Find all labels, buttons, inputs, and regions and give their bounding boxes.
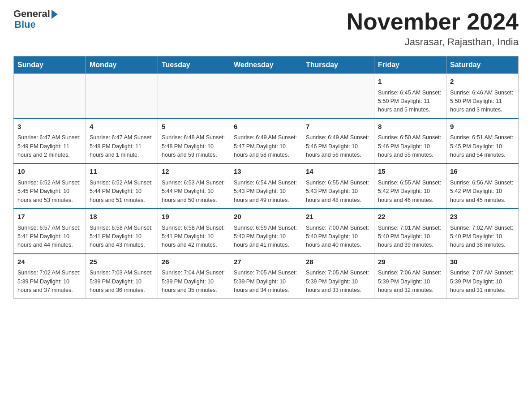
sun-info: Sunrise: 7:07 AM Sunset: 5:39 PM Dayligh… xyxy=(450,269,515,295)
sun-info: Sunrise: 6:58 AM Sunset: 5:41 PM Dayligh… xyxy=(90,224,154,250)
day-number: 10 xyxy=(17,167,82,177)
calendar-cell: 7Sunrise: 6:49 AM Sunset: 5:46 PM Daylig… xyxy=(302,119,374,164)
calendar-cell: 8Sunrise: 6:50 AM Sunset: 5:46 PM Daylig… xyxy=(374,119,446,164)
calendar-cell: 12Sunrise: 6:53 AM Sunset: 5:44 PM Dayli… xyxy=(158,163,230,209)
day-number: 7 xyxy=(306,122,370,132)
sun-info: Sunrise: 6:54 AM Sunset: 5:43 PM Dayligh… xyxy=(234,179,298,205)
day-number: 1 xyxy=(378,77,442,87)
logo-blue-text: Blue xyxy=(14,19,36,30)
calendar-cell: 4Sunrise: 6:47 AM Sunset: 5:48 PM Daylig… xyxy=(86,119,158,164)
calendar-cell: 26Sunrise: 7:04 AM Sunset: 5:39 PM Dayli… xyxy=(158,254,230,299)
sun-info: Sunrise: 6:55 AM Sunset: 5:43 PM Dayligh… xyxy=(306,179,370,205)
sun-info: Sunrise: 6:57 AM Sunset: 5:41 PM Dayligh… xyxy=(17,224,82,250)
calendar-cell: 24Sunrise: 7:02 AM Sunset: 5:39 PM Dayli… xyxy=(14,254,86,299)
day-number: 16 xyxy=(450,167,515,177)
day-number: 23 xyxy=(450,212,515,222)
calendar-week-row: 24Sunrise: 7:02 AM Sunset: 5:39 PM Dayli… xyxy=(14,254,519,299)
logo: General Blue xyxy=(13,9,58,30)
sun-info: Sunrise: 6:49 AM Sunset: 5:46 PM Dayligh… xyxy=(306,133,370,159)
calendar-week-row: 17Sunrise: 6:57 AM Sunset: 5:41 PM Dayli… xyxy=(14,209,519,254)
sun-info: Sunrise: 6:47 AM Sunset: 5:48 PM Dayligh… xyxy=(90,133,154,159)
location-title: Jasrasar, Rajasthan, India xyxy=(347,36,519,48)
calendar-cell: 1Sunrise: 6:45 AM Sunset: 5:50 PM Daylig… xyxy=(374,74,446,119)
calendar-header-saturday: Saturday xyxy=(446,56,519,74)
sun-info: Sunrise: 7:03 AM Sunset: 5:39 PM Dayligh… xyxy=(90,269,154,295)
calendar-cell: 28Sunrise: 7:05 AM Sunset: 5:39 PM Dayli… xyxy=(302,254,374,299)
month-title: November 2024 xyxy=(347,9,519,34)
logo-arrow-icon xyxy=(51,10,58,19)
day-number: 2 xyxy=(450,77,515,87)
day-number: 14 xyxy=(306,167,370,177)
calendar-header-wednesday: Wednesday xyxy=(230,56,302,74)
calendar-header-thursday: Thursday xyxy=(302,56,374,74)
day-number: 8 xyxy=(378,122,442,132)
day-number: 22 xyxy=(378,212,442,222)
day-number: 25 xyxy=(90,257,154,267)
sun-info: Sunrise: 6:46 AM Sunset: 5:50 PM Dayligh… xyxy=(450,89,515,115)
day-number: 12 xyxy=(162,167,226,177)
calendar-cell: 23Sunrise: 7:02 AM Sunset: 5:40 PM Dayli… xyxy=(446,209,519,254)
calendar-header-row: SundayMondayTuesdayWednesdayThursdayFrid… xyxy=(14,56,519,74)
calendar-cell xyxy=(158,74,230,119)
sun-info: Sunrise: 6:50 AM Sunset: 5:46 PM Dayligh… xyxy=(378,133,442,159)
day-number: 18 xyxy=(90,212,154,222)
sun-info: Sunrise: 6:48 AM Sunset: 5:48 PM Dayligh… xyxy=(162,133,226,159)
title-block: November 2024 Jasrasar, Rajasthan, India xyxy=(347,9,519,48)
calendar-cell: 9Sunrise: 6:51 AM Sunset: 5:45 PM Daylig… xyxy=(446,119,519,164)
calendar-week-row: 1Sunrise: 6:45 AM Sunset: 5:50 PM Daylig… xyxy=(14,74,519,119)
calendar-header-sunday: Sunday xyxy=(14,56,86,74)
calendar-cell xyxy=(14,74,86,119)
calendar-cell: 27Sunrise: 7:05 AM Sunset: 5:39 PM Dayli… xyxy=(230,254,302,299)
sun-info: Sunrise: 6:51 AM Sunset: 5:45 PM Dayligh… xyxy=(450,133,515,159)
day-number: 11 xyxy=(90,167,154,177)
sun-info: Sunrise: 7:04 AM Sunset: 5:39 PM Dayligh… xyxy=(162,269,226,295)
calendar-cell xyxy=(86,74,158,119)
logo-general-text: General xyxy=(13,9,50,19)
sun-info: Sunrise: 7:06 AM Sunset: 5:39 PM Dayligh… xyxy=(378,269,442,295)
calendar-cell: 14Sunrise: 6:55 AM Sunset: 5:43 PM Dayli… xyxy=(302,163,374,209)
day-number: 17 xyxy=(17,212,82,222)
calendar-cell: 21Sunrise: 7:00 AM Sunset: 5:40 PM Dayli… xyxy=(302,209,374,254)
calendar-header-monday: Monday xyxy=(86,56,158,74)
day-number: 13 xyxy=(234,167,298,177)
day-number: 29 xyxy=(378,257,442,267)
calendar-cell: 30Sunrise: 7:07 AM Sunset: 5:39 PM Dayli… xyxy=(446,254,519,299)
sun-info: Sunrise: 6:58 AM Sunset: 5:41 PM Dayligh… xyxy=(162,224,226,250)
day-number: 24 xyxy=(17,257,82,267)
calendar-cell xyxy=(302,74,374,119)
day-number: 6 xyxy=(234,122,298,132)
calendar-cell: 22Sunrise: 7:01 AM Sunset: 5:40 PM Dayli… xyxy=(374,209,446,254)
day-number: 27 xyxy=(234,257,298,267)
day-number: 5 xyxy=(162,122,226,132)
day-number: 15 xyxy=(378,167,442,177)
day-number: 30 xyxy=(450,257,515,267)
calendar-week-row: 3Sunrise: 6:47 AM Sunset: 5:49 PM Daylig… xyxy=(14,119,519,164)
sun-info: Sunrise: 6:55 AM Sunset: 5:42 PM Dayligh… xyxy=(378,179,442,205)
sun-info: Sunrise: 6:52 AM Sunset: 5:44 PM Dayligh… xyxy=(90,179,154,205)
calendar-cell: 25Sunrise: 7:03 AM Sunset: 5:39 PM Dayli… xyxy=(86,254,158,299)
page-header: General Blue November 2024 Jasrasar, Raj… xyxy=(13,9,519,48)
calendar-cell: 2Sunrise: 6:46 AM Sunset: 5:50 PM Daylig… xyxy=(446,74,519,119)
day-number: 4 xyxy=(90,122,154,132)
sun-info: Sunrise: 7:00 AM Sunset: 5:40 PM Dayligh… xyxy=(306,224,370,250)
sun-info: Sunrise: 6:53 AM Sunset: 5:44 PM Dayligh… xyxy=(162,179,226,205)
calendar-cell: 17Sunrise: 6:57 AM Sunset: 5:41 PM Dayli… xyxy=(14,209,86,254)
calendar-week-row: 10Sunrise: 6:52 AM Sunset: 5:45 PM Dayli… xyxy=(14,163,519,209)
sun-info: Sunrise: 7:02 AM Sunset: 5:39 PM Dayligh… xyxy=(17,269,82,295)
calendar-cell: 18Sunrise: 6:58 AM Sunset: 5:41 PM Dayli… xyxy=(86,209,158,254)
sun-info: Sunrise: 6:52 AM Sunset: 5:45 PM Dayligh… xyxy=(17,179,82,205)
calendar-header-tuesday: Tuesday xyxy=(158,56,230,74)
sun-info: Sunrise: 6:49 AM Sunset: 5:47 PM Dayligh… xyxy=(234,133,298,159)
calendar-cell: 11Sunrise: 6:52 AM Sunset: 5:44 PM Dayli… xyxy=(86,163,158,209)
day-number: 3 xyxy=(17,122,82,132)
day-number: 20 xyxy=(234,212,298,222)
calendar-cell: 15Sunrise: 6:55 AM Sunset: 5:42 PM Dayli… xyxy=(374,163,446,209)
calendar-cell: 10Sunrise: 6:52 AM Sunset: 5:45 PM Dayli… xyxy=(14,163,86,209)
calendar-cell: 16Sunrise: 6:56 AM Sunset: 5:42 PM Dayli… xyxy=(446,163,519,209)
sun-info: Sunrise: 6:56 AM Sunset: 5:42 PM Dayligh… xyxy=(450,179,515,205)
day-number: 21 xyxy=(306,212,370,222)
sun-info: Sunrise: 7:05 AM Sunset: 5:39 PM Dayligh… xyxy=(234,269,298,295)
calendar-cell: 6Sunrise: 6:49 AM Sunset: 5:47 PM Daylig… xyxy=(230,119,302,164)
calendar-cell: 3Sunrise: 6:47 AM Sunset: 5:49 PM Daylig… xyxy=(14,119,86,164)
calendar-table: SundayMondayTuesdayWednesdayThursdayFrid… xyxy=(13,56,519,299)
